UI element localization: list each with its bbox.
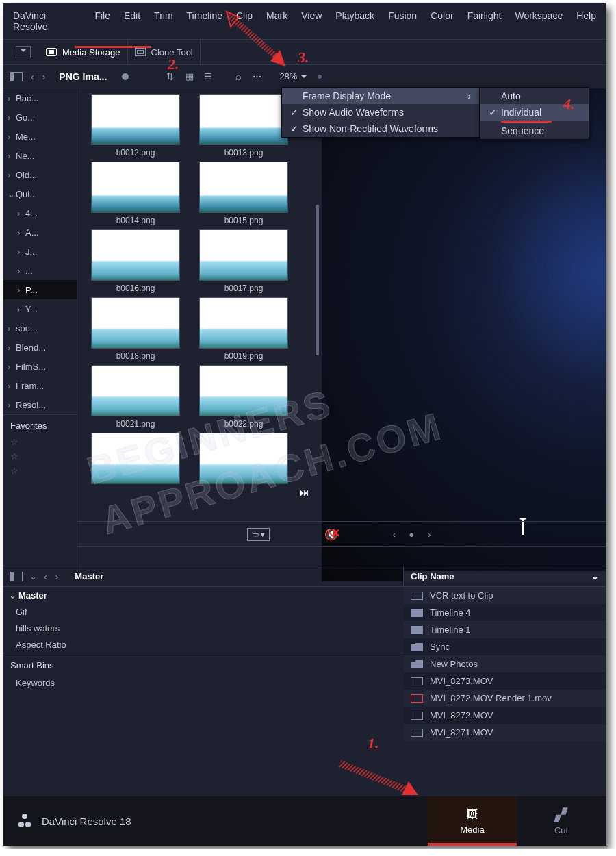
list-view-icon[interactable]: ☰ xyxy=(201,71,215,81)
thumbnail[interactable]: b0014.png xyxy=(91,162,180,225)
annotation-4: 4. xyxy=(563,95,575,113)
clip-row[interactable]: New Photos xyxy=(404,655,606,672)
tree-item[interactable]: ›Ne... xyxy=(3,146,77,165)
tree-item[interactable]: ›Blend... xyxy=(3,338,77,357)
annotation-3: 3. xyxy=(298,49,309,66)
menu-show-audio-waveforms[interactable]: ✓Show Audio Waveforms xyxy=(282,104,479,121)
clip-row[interactable]: VCR text to Clip xyxy=(404,587,606,604)
media-storage-icon xyxy=(46,48,57,56)
app-logo-icon xyxy=(18,814,34,829)
tree-item[interactable]: ›A... xyxy=(3,223,77,242)
tree-item[interactable]: ›Bac... xyxy=(3,88,77,108)
bin-item[interactable]: hills waters xyxy=(3,620,404,636)
media-storage-label: Media Storage xyxy=(62,47,120,58)
annotation-underline-media-tab xyxy=(428,843,517,846)
clone-tool-icon xyxy=(135,48,146,56)
menubar: DaVinci ResolveFileEditTrimTimelineClipM… xyxy=(3,3,606,39)
menu-color[interactable]: Color xyxy=(424,8,460,35)
submenu-sequence[interactable]: Sequence xyxy=(480,123,589,139)
nav-back[interactable]: ‹ xyxy=(27,71,38,82)
folder-tree: ›Bac...›Go...›Me...›Ne...›Old...⌄Qui...›… xyxy=(3,88,77,581)
favorite-slot[interactable]: ☆ xyxy=(10,435,77,449)
chevron-down-icon[interactable]: ⌄ xyxy=(27,571,40,581)
clip-row[interactable]: Sync xyxy=(404,638,606,655)
clip-mode-icon[interactable]: ▭ ▾ xyxy=(247,528,270,541)
thumbnail[interactable]: b0018.png xyxy=(91,297,180,361)
tree-item[interactable]: ›J... xyxy=(3,242,77,261)
tree-item[interactable]: ›Y... xyxy=(3,299,77,318)
menu-edit[interactable]: Edit xyxy=(117,8,147,35)
menu-workspace[interactable]: Workspace xyxy=(508,8,569,35)
app-version-label: DaVinci Resolve 18 xyxy=(42,816,131,827)
pager-dots[interactable]: ‹ ● › xyxy=(393,529,437,540)
folder-title: PNG Ima... xyxy=(49,71,112,82)
tree-item[interactable]: ›FilmS... xyxy=(3,357,77,376)
tree-item[interactable]: ›Old... xyxy=(3,165,77,184)
thumbnail[interactable]: b0015.png xyxy=(199,162,288,225)
clip-type-icon xyxy=(411,660,423,668)
annotation-underline-media-storage xyxy=(75,46,151,48)
clone-tool-button[interactable]: Clone Tool xyxy=(128,40,201,64)
dot-icon xyxy=(318,75,322,79)
nav-forward[interactable]: › xyxy=(51,571,63,582)
thumbnail[interactable]: b0013.png xyxy=(199,94,288,158)
menu-playback[interactable]: Playback xyxy=(329,8,381,35)
menu-fusion[interactable]: Fusion xyxy=(381,8,424,35)
thumbnail[interactable]: b0016.png xyxy=(91,229,180,293)
clip-row[interactable]: MVI_8271.MOV xyxy=(404,724,606,741)
nav-back[interactable]: ‹ xyxy=(40,571,51,582)
menu-davinci-resolve[interactable]: DaVinci Resolve xyxy=(6,8,88,35)
status-dot xyxy=(122,73,129,80)
options-menu[interactable]: Frame Display Mode› ✓Show Audio Waveform… xyxy=(281,87,480,138)
menu-frame-display-mode[interactable]: Frame Display Mode› xyxy=(282,88,479,104)
menu-fairlight[interactable]: Fairlight xyxy=(461,8,509,35)
thumbnail[interactable]: b0017.png xyxy=(199,229,288,293)
grid-view-icon[interactable]: ▦ xyxy=(182,71,196,81)
favorite-slot[interactable]: ☆ xyxy=(10,449,77,464)
media-pool: ⌄ ‹ › Master Clip Name⌄ ⌄Master Gif hill… xyxy=(3,566,606,796)
smart-bins-header: Smart Bins xyxy=(3,653,404,675)
favorites-header: Favorites xyxy=(10,420,77,435)
bin-master[interactable]: ⌄Master xyxy=(3,587,404,603)
thumbnail[interactable]: b0019.png xyxy=(199,297,288,361)
tree-item[interactable]: ›Resol... xyxy=(3,395,77,414)
tree-item[interactable]: ›P... xyxy=(3,280,77,299)
bin-item[interactable]: Gif xyxy=(3,603,404,620)
tree-item[interactable]: ›Fram... xyxy=(3,376,77,395)
clip-row[interactable]: Timeline 1 xyxy=(404,621,606,638)
bin-item[interactable]: Aspect Ratio xyxy=(3,636,404,653)
menu-show-nonrectified[interactable]: ✓Show Non-Rectified Waveforms xyxy=(282,121,479,137)
panel-toggle-icon[interactable] xyxy=(10,72,23,81)
favorite-slot[interactable]: ☆ xyxy=(10,464,77,478)
clip-row[interactable]: MVI_8272.MOV xyxy=(404,707,606,724)
scrollbar[interactable] xyxy=(316,205,319,355)
menu-help[interactable]: Help xyxy=(569,8,603,35)
media-storage-button[interactable]: Media Storage xyxy=(39,40,128,64)
menu-file[interactable]: File xyxy=(88,8,117,35)
nav-forward[interactable]: › xyxy=(38,71,50,82)
panel-toggle-icon[interactable] xyxy=(10,572,23,581)
page-tabs: 🖼 Media ▞ Cut xyxy=(428,796,606,846)
menu-trim[interactable]: Trim xyxy=(147,8,179,35)
tab-cut[interactable]: ▞ Cut xyxy=(517,796,606,846)
tree-item[interactable]: ›4... xyxy=(3,203,77,223)
tree-item[interactable]: ›sou... xyxy=(3,318,77,338)
clip-name-header[interactable]: Clip Name⌄ xyxy=(404,571,606,581)
thumbnail[interactable]: b0021.png xyxy=(91,365,180,429)
expand-dropdown[interactable] xyxy=(16,46,31,58)
clip-row[interactable]: MVI_8273.MOV xyxy=(404,672,606,690)
clip-type-icon xyxy=(411,712,423,720)
menu-view[interactable]: View xyxy=(294,8,329,35)
tree-item[interactable]: ›Go... xyxy=(3,108,77,127)
clip-row[interactable]: MVI_8272.MOV Render 1.mov xyxy=(404,690,606,707)
smart-bin-keywords[interactable]: Keywords xyxy=(3,675,404,691)
bin-tree: ⌄Master Gif hills waters Aspect Ratio Sm… xyxy=(3,587,404,741)
clip-row[interactable]: Timeline 4 xyxy=(404,604,606,621)
mute-icon[interactable]: 🔇✕ xyxy=(324,528,338,541)
tree-item[interactable]: ›... xyxy=(3,261,77,280)
tree-item[interactable]: ›Me... xyxy=(3,127,77,146)
tab-media[interactable]: 🖼 Media xyxy=(428,796,517,846)
thumbnail[interactable]: b0012.png xyxy=(91,94,180,158)
tree-item[interactable]: ⌄Qui... xyxy=(3,184,77,203)
clip-type-icon xyxy=(411,643,423,651)
